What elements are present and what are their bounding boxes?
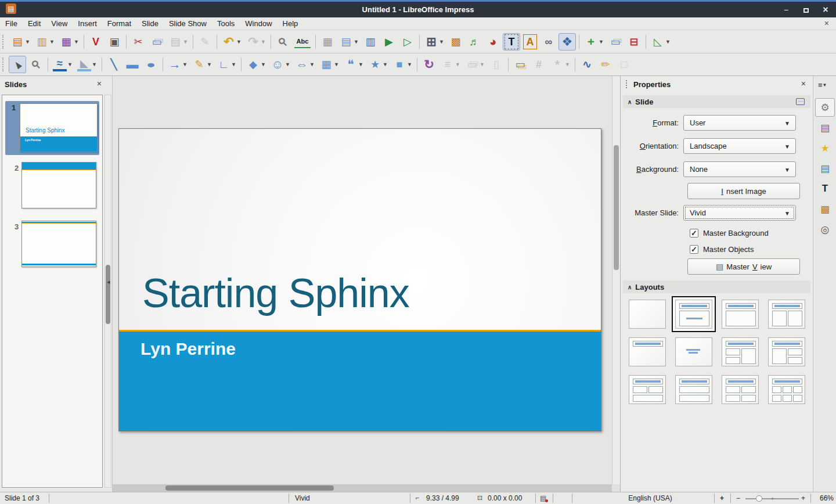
layout-title-content-2content[interactable] — [763, 333, 810, 370]
display-grid-button[interactable]: ▦ — [319, 33, 336, 51]
fit-slide-icon[interactable]: + — [720, 494, 724, 502]
menu-slide-show[interactable]: Slide Show — [164, 18, 212, 29]
zoom-slider-thumb[interactable] — [756, 495, 762, 502]
select-button[interactable]: ▲ — [9, 56, 26, 73]
properties-close-icon[interactable]: × — [801, 80, 806, 88]
new-presentation-dropdown-icon[interactable]: ▼ — [25, 39, 30, 45]
tab-navigator[interactable]: ◎ — [815, 220, 835, 239]
undo-dropdown-icon[interactable]: ▼ — [236, 39, 242, 45]
menu-help[interactable]: Help — [278, 18, 304, 29]
zoom-out-button[interactable]: − — [736, 494, 740, 502]
layout-title-content-over-content[interactable] — [671, 370, 717, 408]
layout-title-2content-content[interactable] — [717, 333, 763, 370]
delete-slide-button[interactable]: ⊟ — [625, 33, 643, 51]
lines-and-arrows-dropdown-icon[interactable]: ▼ — [182, 62, 188, 67]
restore-button[interactable] — [801, 6, 810, 14]
menu-window[interactable]: Window — [240, 18, 277, 29]
lines-and-arrows-button[interactable]: →▼ — [166, 56, 189, 73]
scrollbar-thumb[interactable] — [165, 485, 334, 491]
copy-button[interactable]: ▭ — [148, 33, 165, 51]
undo-button[interactable]: ↶▼ — [220, 33, 243, 51]
insert-text-box-button[interactable]: T — [503, 33, 520, 51]
master-view-button[interactable]: ▤Master View — [687, 258, 800, 275]
curves-polygons-dropdown-icon[interactable]: ▼ — [207, 62, 212, 67]
ellipse-button[interactable]: ● — [142, 56, 160, 73]
menu-slide[interactable]: Slide — [136, 18, 164, 29]
line-color-dropdown-icon[interactable]: ▼ — [67, 62, 73, 67]
menu-format[interactable]: Format — [102, 18, 136, 29]
glue-points-button[interactable]: ✏ — [597, 56, 614, 73]
slides-panel-scrollbar[interactable] — [105, 95, 111, 488]
export-pdf-button[interactable]: V — [87, 33, 105, 51]
block-arrows-button[interactable]: ⇔▼ — [293, 56, 316, 73]
slide-thumbnail-2[interactable] — [21, 162, 96, 208]
open-file-dropdown-icon[interactable]: ▼ — [49, 39, 55, 45]
layout-title-two-content[interactable] — [763, 295, 810, 333]
menu-view[interactable]: View — [46, 18, 73, 29]
layout-title-4content[interactable] — [717, 370, 763, 408]
toolbar-grip[interactable] — [2, 57, 5, 71]
stars-banners-dropdown-icon[interactable]: ▼ — [383, 62, 388, 67]
fill-color-button[interactable]: ◣▼ — [75, 56, 99, 73]
display-mode-button[interactable]: ▥ — [362, 33, 379, 51]
background-dropdown[interactable]: None▼ — [683, 161, 796, 177]
show-draw-functions-button[interactable]: ❖ — [558, 33, 576, 51]
panel-collapse-arrow-icon[interactable]: ◂ — [107, 278, 110, 286]
new-slide-dropdown-icon[interactable]: ▼ — [599, 39, 604, 45]
master-objects-checkbox[interactable]: ✓ — [690, 245, 698, 254]
master-background-checkbox[interactable]: ✓ — [690, 229, 698, 237]
callouts-button[interactable]: ❝▼ — [342, 56, 365, 73]
layout-title-6content[interactable] — [763, 370, 810, 408]
slides-panel-close-icon[interactable]: × — [97, 80, 102, 88]
scrollbar-thumb[interactable] — [106, 265, 110, 324]
callouts-dropdown-icon[interactable]: ▼ — [358, 62, 363, 67]
connectors-dropdown-icon[interactable]: ▼ — [231, 62, 236, 67]
display-views-dropdown-icon[interactable]: ▼ — [354, 39, 359, 45]
display-views-button[interactable]: ▤▼ — [337, 33, 361, 51]
master-slide-status[interactable]: Vivid — [295, 494, 310, 502]
menu-file[interactable]: File — [0, 18, 23, 29]
find-replace-button[interactable]: ⚲ — [274, 33, 291, 51]
tab-properties[interactable]: ⚙ — [815, 98, 835, 117]
insert-line-button[interactable]: ╲ — [105, 56, 122, 73]
scrollbar-thumb[interactable] — [614, 145, 619, 270]
master-objects-checkbox-row[interactable]: ✓Master Objects — [690, 243, 754, 255]
layout-centered-text[interactable] — [671, 333, 717, 370]
menu-edit[interactable]: Edit — [23, 18, 46, 29]
insert-fontwork-button[interactable]: A — [521, 33, 539, 51]
new-presentation-button[interactable]: ▤▼ — [9, 33, 32, 51]
start-from-current-slide-button[interactable]: ▷ — [399, 33, 416, 51]
tab-gallery[interactable]: ▩ — [815, 200, 835, 218]
toolbar-grip[interactable] — [2, 35, 5, 49]
new-slide-button[interactable]: +▼ — [582, 33, 606, 51]
flowchart-button[interactable]: ▦▼ — [318, 56, 341, 73]
rectangle-button[interactable]: ▬ — [124, 56, 141, 73]
print-button[interactable]: ▣ — [106, 33, 123, 51]
slide-subtitle-text[interactable]: Lyn Perrine — [140, 339, 236, 359]
slide-thumbnail-3[interactable] — [21, 221, 96, 267]
open-file-button[interactable]: ▥▼ — [33, 33, 56, 51]
tab-styles[interactable]: T — [815, 179, 835, 198]
save-button[interactable]: ▦▼ — [57, 33, 81, 51]
vertical-scrollbar[interactable] — [612, 76, 620, 484]
language-status[interactable]: English (USA) — [581, 494, 720, 502]
fill-color-dropdown-icon[interactable]: ▼ — [92, 62, 97, 67]
slide-page[interactable]: Starting Sphinx Lyn Perrine — [118, 128, 601, 431]
symbol-shapes-dropdown-icon[interactable]: ▼ — [285, 62, 290, 67]
tab-animation[interactable]: ★ — [815, 139, 835, 157]
3d-objects-button[interactable]: ■▼ — [391, 56, 414, 73]
insert-audio-video-button[interactable]: ♬ — [466, 33, 483, 51]
slide-editing-area[interactable]: Starting Sphinx Lyn Perrine — [112, 76, 620, 492]
rotate-button[interactable]: ↻ — [420, 56, 438, 73]
insert-image-button[interactable]: Insert Image — [687, 183, 800, 199]
horizontal-scrollbar[interactable] — [113, 484, 612, 492]
curves-polygons-button[interactable]: ✎▼ — [190, 56, 214, 73]
layout-title-content[interactable] — [717, 295, 763, 333]
slide-title-text[interactable]: Starting Sphinx — [142, 270, 409, 316]
zoom-in-button[interactable]: + — [801, 494, 805, 502]
spelling-button[interactable]: Abc — [293, 33, 312, 51]
more-options-icon[interactable]: ⋯ — [796, 98, 805, 105]
master-slide-dropdown[interactable]: Vivid ▼ — [683, 205, 796, 221]
layout-title-content-centered[interactable] — [671, 295, 717, 333]
3d-objects-dropdown-icon[interactable]: ▼ — [407, 62, 412, 67]
